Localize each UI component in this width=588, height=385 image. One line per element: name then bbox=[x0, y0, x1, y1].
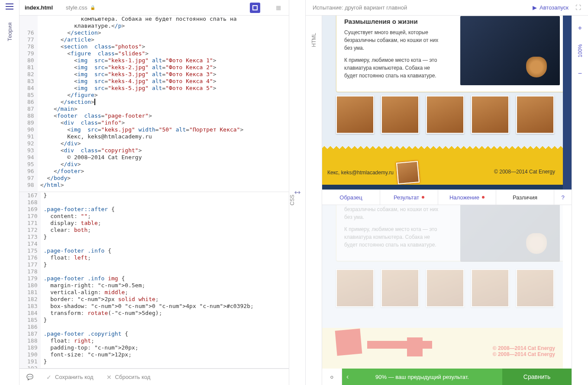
save-code-button[interactable]: ✓Сохранить код bbox=[46, 374, 94, 381]
status-dot-icon bbox=[482, 196, 485, 199]
thumb-4 bbox=[471, 269, 509, 307]
fullscreen-icon[interactable]: ⛶ bbox=[575, 4, 581, 11]
autorun-label: Автозапуск bbox=[540, 4, 569, 11]
chevron-left-icon[interactable]: ‹ bbox=[346, 373, 349, 381]
article-p1: Существует много вещей, которые безразли… bbox=[344, 205, 439, 221]
diff-marker bbox=[407, 337, 423, 356]
check-icon: ✓ bbox=[46, 374, 52, 381]
html-rail-label: HTML bbox=[311, 33, 317, 47]
footer-copyright: © 2008—2014 Cat Energy bbox=[494, 169, 555, 175]
layout-toggle-solid[interactable] bbox=[250, 3, 260, 13]
thumb-3 bbox=[426, 96, 464, 134]
article-photo bbox=[460, 16, 560, 85]
challenge-title: Испытание: другой вариант главной bbox=[313, 4, 526, 11]
tab-help[interactable]: ? bbox=[554, 190, 572, 205]
html-editor[interactable]: 7677787980818283848586878889909192939495… bbox=[19, 16, 289, 192]
close-icon: ✕ bbox=[107, 374, 112, 381]
footer-avatar bbox=[396, 161, 420, 184]
thumb-2 bbox=[381, 96, 419, 134]
score-bar: ‹ 90% — ваш предыдущий результат. bbox=[342, 369, 502, 385]
zoom-in-button[interactable]: + bbox=[578, 24, 582, 32]
thumb-5 bbox=[516, 269, 554, 307]
theory-tab[interactable]: Теория bbox=[6, 22, 13, 41]
play-icon: ▶ bbox=[533, 4, 537, 11]
tab-overlay[interactable]: Наложение bbox=[438, 190, 496, 205]
diff-copyright-1: © 2008—2014 Cat Energy bbox=[493, 345, 555, 351]
pane-resize-handle[interactable] bbox=[289, 0, 306, 385]
zoom-level: 100% bbox=[577, 44, 583, 58]
thumb-5 bbox=[516, 96, 554, 134]
tab-style-css[interactable]: style.css 🔒 bbox=[66, 4, 95, 11]
menu-button[interactable] bbox=[6, 3, 13, 10]
lock-icon: 🔒 bbox=[90, 5, 95, 10]
article-p2: К примеру, любимое место кота — это клав… bbox=[344, 225, 439, 249]
tab-diff[interactable]: Различия bbox=[496, 190, 554, 205]
css-editor[interactable]: 1671681691701711721731741751761771781791… bbox=[19, 192, 289, 369]
thumb-4 bbox=[471, 96, 509, 134]
diff-marker bbox=[335, 329, 362, 356]
reset-code-button[interactable]: ✕Сбросить код bbox=[107, 374, 151, 381]
save-label: Сохранить код bbox=[55, 374, 94, 380]
tab-index-html[interactable]: index.html bbox=[25, 4, 53, 11]
thumb-1 bbox=[336, 269, 374, 307]
compare-button[interactable]: Сравнить bbox=[502, 369, 572, 385]
preview-diff: Существует много вещей, которые безразли… bbox=[322, 205, 572, 369]
diff-copyright-2: © 2008—2014 Cat Energy bbox=[493, 351, 555, 357]
reset-label: Сбросить код bbox=[115, 374, 151, 380]
zoom-out-button[interactable]: − bbox=[578, 70, 582, 77]
toggle-button[interactable]: ○ bbox=[322, 369, 342, 385]
thumb-1 bbox=[336, 96, 374, 134]
score-text: 90% — ваш предыдущий результат. bbox=[375, 374, 469, 380]
tab-sample[interactable]: Образец bbox=[322, 190, 380, 205]
footer-info-text: Кекс, keks@htmlacademy.ru bbox=[327, 170, 394, 176]
article-p1: Существует много вещей, которые безразли… bbox=[344, 29, 439, 52]
css-rail-label: CSS bbox=[289, 195, 295, 205]
preview-scrollbar[interactable] bbox=[563, 16, 572, 189]
article-p2: К примеру, любимое место кота — это клав… bbox=[344, 56, 439, 80]
layout-toggle-outline[interactable]: ▦ bbox=[273, 3, 284, 13]
tab-label: Наложение bbox=[449, 194, 479, 201]
thumb-3 bbox=[426, 269, 464, 307]
preview-result: Размышления о жизни Существует много вещ… bbox=[322, 16, 572, 189]
thumb-2 bbox=[381, 269, 419, 307]
tab-label: style.css bbox=[66, 4, 87, 11]
feedback-icon[interactable]: 💬 bbox=[26, 374, 33, 380]
tab-result[interactable]: Результат bbox=[380, 190, 438, 205]
autorun-toggle[interactable]: ▶ Автозапуск bbox=[533, 4, 569, 11]
status-dot-icon bbox=[422, 196, 424, 199]
tab-label: Результат bbox=[394, 194, 419, 201]
article-photo bbox=[460, 205, 560, 262]
